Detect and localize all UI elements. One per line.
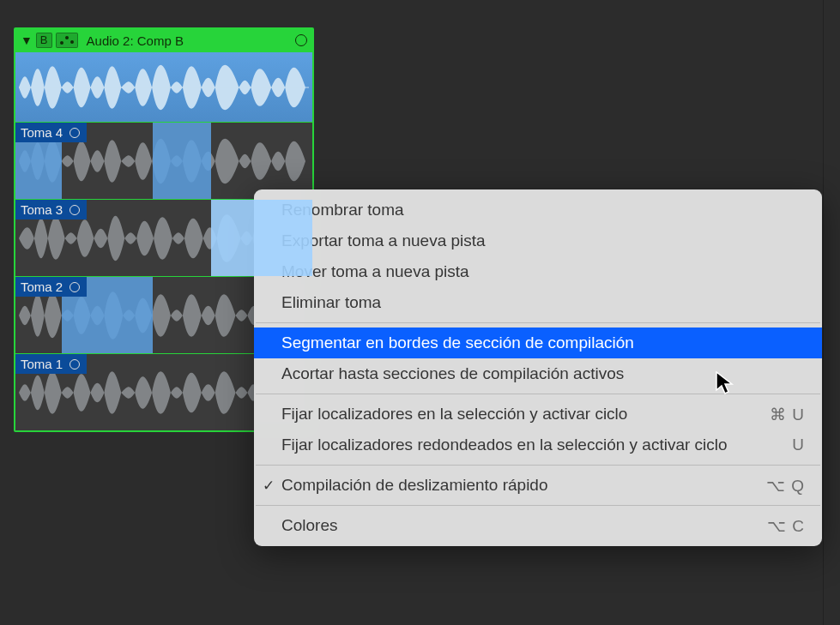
take-name: Toma 3 xyxy=(21,202,63,217)
svg-point-1 xyxy=(65,36,69,39)
menu-label: Renombrar toma xyxy=(281,201,805,219)
menu-separator xyxy=(256,505,820,506)
menu-set-locators[interactable]: Fijar localizadores en la selección y ac… xyxy=(254,399,822,430)
flex-icon[interactable] xyxy=(56,33,78,48)
take-label[interactable]: Toma 4 xyxy=(15,123,87,142)
menu-separator xyxy=(256,394,820,394)
menu-move-take[interactable]: Mover toma a nueva pista xyxy=(254,256,822,287)
menu-export-take[interactable]: Exportar toma a nueva pista xyxy=(254,225,822,256)
checkmark-icon: ✓ xyxy=(263,477,275,495)
menu-shortcut: ⌥ Q xyxy=(766,476,805,496)
menu-separator xyxy=(256,322,820,323)
take-name: Toma 1 xyxy=(21,357,63,371)
take-context-menu[interactable]: Renombrar toma Exportar toma a nueva pis… xyxy=(254,189,822,546)
svg-point-0 xyxy=(60,41,63,45)
menu-delete-take[interactable]: Eliminar toma xyxy=(254,287,822,318)
menu-label: Mover toma a nueva pista xyxy=(281,262,805,281)
disclosure-triangle-icon[interactable]: ▼ xyxy=(21,33,33,47)
menu-quick-swipe-comping[interactable]: ✓ Compilación de deslizamiento rápido ⌥ … xyxy=(254,470,822,501)
menu-shortcut: U xyxy=(792,436,805,454)
comp-lane[interactable] xyxy=(15,51,312,122)
take-lane-4[interactable]: Toma 4 xyxy=(15,122,312,199)
loop-icon[interactable] xyxy=(69,359,80,370)
loop-icon[interactable] xyxy=(295,34,307,46)
take-label[interactable]: Toma 2 xyxy=(15,277,87,297)
menu-separator xyxy=(256,465,820,466)
menu-label: Segmentar en bordes de sección de compil… xyxy=(281,334,805,352)
take-lane-3[interactable]: Toma 3 xyxy=(15,199,312,276)
menu-label: Fijar localizadores en la selección y ac… xyxy=(281,405,770,424)
menu-label: Compilación de deslizamiento rápido xyxy=(281,476,766,495)
menu-rename-take[interactable]: Renombrar toma xyxy=(254,195,822,225)
menu-label: Eliminar toma xyxy=(281,293,805,312)
comp-select-button[interactable]: B xyxy=(36,33,52,48)
menu-label: Fijar localizadores redondeados en la se… xyxy=(281,436,792,454)
menu-label: Acortar hasta secciones de compilación a… xyxy=(281,364,805,383)
comp-letter: B xyxy=(40,33,48,47)
take-folder-header[interactable]: ▼ B Audio 2: Comp B xyxy=(15,29,312,51)
svg-point-2 xyxy=(70,40,74,44)
take-name: Toma 2 xyxy=(21,279,63,294)
take-name: Toma 4 xyxy=(21,125,63,140)
folder-title: Audio 2: Comp B xyxy=(82,33,292,48)
loop-icon[interactable] xyxy=(69,128,80,138)
menu-label: Exportar toma a nueva pista xyxy=(281,231,805,250)
take-label[interactable]: Toma 3 xyxy=(15,200,87,219)
loop-icon[interactable] xyxy=(69,282,80,292)
take-label[interactable]: Toma 1 xyxy=(15,354,87,374)
menu-set-rounded-locators[interactable]: Fijar localizadores redondeados en la se… xyxy=(254,430,822,460)
waveform xyxy=(15,52,312,122)
menu-slice-comp-section[interactable]: Segmentar en bordes de sección de compil… xyxy=(254,328,822,358)
menu-label: Colores xyxy=(281,516,767,535)
loop-icon[interactable] xyxy=(69,205,80,215)
menu-shortcut: ⌥ C xyxy=(767,516,805,536)
menu-colors[interactable]: Colores ⌥ C xyxy=(254,510,822,541)
menu-shortcut: ⌘ U xyxy=(770,405,805,424)
menu-trim-to-active[interactable]: Acortar hasta secciones de compilación a… xyxy=(254,358,822,389)
